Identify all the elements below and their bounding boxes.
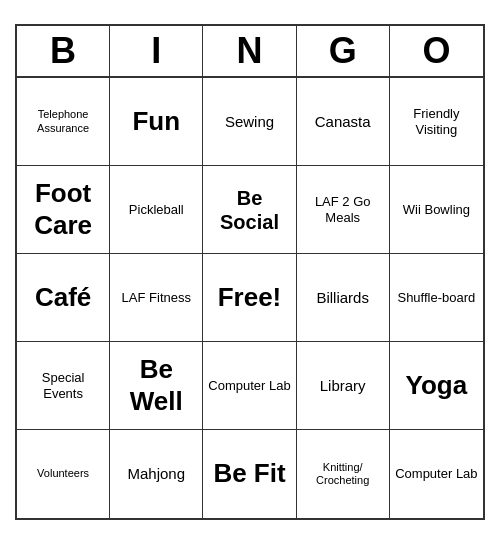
bingo-cell: Computer Lab — [390, 430, 483, 518]
bingo-cell: Computer Lab — [203, 342, 296, 430]
bingo-cell: Free! — [203, 254, 296, 342]
cell-text: Be Social — [207, 186, 291, 234]
cell-text: Library — [320, 377, 366, 395]
bingo-cell: Sewing — [203, 78, 296, 166]
bingo-cell: Be Fit — [203, 430, 296, 518]
cell-text: Mahjong — [128, 465, 186, 483]
header-letter: I — [110, 26, 203, 76]
header-letter: O — [390, 26, 483, 76]
bingo-cell: Be Social — [203, 166, 296, 254]
bingo-cell: Pickleball — [110, 166, 203, 254]
cell-text: Shuffle-board — [397, 290, 475, 306]
cell-text: Be Well — [114, 354, 198, 416]
bingo-cell: Special Events — [17, 342, 110, 430]
cell-text: Canasta — [315, 113, 371, 131]
bingo-header: BINGO — [17, 26, 483, 78]
bingo-cell: Wii Bowling — [390, 166, 483, 254]
cell-text: Wii Bowling — [403, 202, 470, 218]
bingo-cell: Knitting/ Crocheting — [297, 430, 390, 518]
bingo-cell: Yoga — [390, 342, 483, 430]
bingo-cell: Telephone Assurance — [17, 78, 110, 166]
cell-text: Billiards — [316, 289, 369, 307]
bingo-cell: Be Well — [110, 342, 203, 430]
bingo-cell: LAF 2 Go Meals — [297, 166, 390, 254]
cell-text: Free! — [218, 282, 282, 313]
cell-text: Telephone Assurance — [21, 108, 105, 134]
bingo-card: BINGO Telephone AssuranceFunSewingCanast… — [15, 24, 485, 520]
cell-text: Fun — [132, 106, 180, 137]
cell-text: Computer Lab — [395, 466, 477, 482]
cell-text: Sewing — [225, 113, 274, 131]
cell-text: Knitting/ Crocheting — [301, 461, 385, 487]
header-letter: B — [17, 26, 110, 76]
cell-text: Foot Care — [21, 178, 105, 240]
cell-text: Yoga — [406, 370, 468, 401]
bingo-cell: Mahjong — [110, 430, 203, 518]
bingo-cell: Fun — [110, 78, 203, 166]
cell-text: Pickleball — [129, 202, 184, 218]
header-letter: G — [297, 26, 390, 76]
cell-text: Volunteers — [37, 467, 89, 480]
cell-text: LAF 2 Go Meals — [301, 194, 385, 225]
bingo-grid: Telephone AssuranceFunSewingCanastaFrien… — [17, 78, 483, 518]
bingo-cell: Library — [297, 342, 390, 430]
cell-text: Friendly Visiting — [394, 106, 479, 137]
cell-text: LAF Fitness — [122, 290, 191, 306]
bingo-cell: Foot Care — [17, 166, 110, 254]
bingo-cell: Canasta — [297, 78, 390, 166]
bingo-cell: Friendly Visiting — [390, 78, 483, 166]
bingo-cell: LAF Fitness — [110, 254, 203, 342]
cell-text: Café — [35, 282, 91, 313]
bingo-cell: Café — [17, 254, 110, 342]
header-letter: N — [203, 26, 296, 76]
cell-text: Computer Lab — [208, 378, 290, 394]
bingo-cell: Shuffle-board — [390, 254, 483, 342]
cell-text: Be Fit — [213, 458, 285, 489]
cell-text: Special Events — [21, 370, 105, 401]
bingo-cell: Billiards — [297, 254, 390, 342]
bingo-cell: Volunteers — [17, 430, 110, 518]
